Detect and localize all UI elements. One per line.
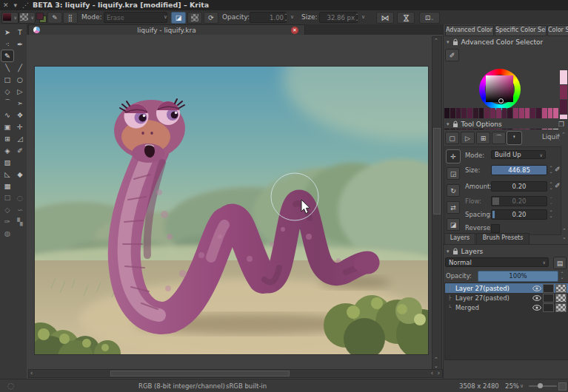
transform-warp-mode[interactable]: ⊞ (476, 132, 490, 144)
freehand-path-tool[interactable]: ➣ (14, 98, 26, 109)
multibrush-tool[interactable]: ❖ (14, 109, 26, 121)
shade-swatch[interactable] (473, 108, 478, 118)
shade-swatch[interactable] (507, 108, 512, 118)
flow-spinner[interactable]: ⌃⌄ (548, 195, 554, 206)
shade-swatch[interactable] (484, 108, 490, 118)
lock-icon[interactable] (452, 121, 458, 128)
shade-swatch[interactable] (496, 108, 501, 118)
fg-bg-color-widget[interactable] (36, 13, 46, 22)
polygon-tool[interactable]: ◇ (1, 86, 13, 97)
shade-swatch[interactable] (548, 108, 553, 118)
scroll-up-icon[interactable]: ⌃ (432, 38, 440, 44)
zoom-level[interactable]: 25% (505, 379, 519, 392)
tab-advanced-color-selector[interactable]: Advanced Color Sel... (445, 25, 494, 36)
scroll-up-icon[interactable]: ⌃ (561, 132, 566, 138)
shade-swatch[interactable] (536, 108, 541, 118)
measure-tool[interactable]: ◺ (1, 169, 13, 180)
layers-header[interactable]: ▾ Layers (444, 246, 568, 256)
crop-tool[interactable]: ⊞ (1, 133, 13, 144)
opacity-input[interactable]: 1.00 (250, 12, 287, 23)
liquify-size-input[interactable]: 446.85 (491, 165, 547, 175)
polyline-tool[interactable]: ▷ (14, 86, 26, 97)
dynamic-brush-tool[interactable]: ∿ (1, 109, 13, 121)
liquify-rotate-button[interactable]: ↻ (447, 184, 460, 197)
liquify-move-button[interactable]: ✛ (447, 150, 460, 163)
shade-swatch[interactable] (530, 108, 535, 118)
tab-layers[interactable]: Layers (444, 233, 475, 245)
liquify-amount-input[interactable]: 0.20 (491, 181, 547, 192)
dynamic-line-tool[interactable]: ╱ (14, 62, 26, 73)
lock-icon[interactable] (452, 38, 458, 46)
blend-mode-favorites-button[interactable]: ▤ (553, 257, 567, 269)
select-shapes-tool[interactable]: ➤ (1, 27, 13, 38)
layer-row[interactable]: ├ Layer 27(pasted) (445, 293, 568, 303)
shade-swatch[interactable] (490, 108, 495, 118)
transform-free-mode[interactable]: ▢ (445, 132, 459, 144)
size-input[interactable]: 32.86 px (319, 12, 358, 23)
shade-swatch[interactable] (553, 108, 558, 118)
line-tool[interactable]: ╲ (1, 62, 13, 73)
ellipse-select-tool[interactable]: ◌ (14, 192, 26, 203)
assistants-tool[interactable]: ▦ (1, 180, 13, 192)
shade-swatch[interactable] (502, 108, 507, 118)
zoom-slider[interactable] (529, 385, 557, 387)
opacity-spinner[interactable]: ⌃⌄ (283, 12, 289, 22)
similar-select-tool[interactable]: ▚ (14, 216, 26, 227)
color-selector-header[interactable]: ▾ Advanced Color Selector (444, 37, 568, 47)
scroll-right-icon[interactable]: › (438, 370, 440, 376)
layer-row[interactable]: └ Merged (445, 303, 568, 312)
fill-tool[interactable]: ◈ (1, 145, 13, 156)
ellipse-tool[interactable]: ○ (14, 74, 26, 85)
scroll-up-icon[interactable]: ⌃ (562, 228, 567, 234)
chevron-down-icon[interactable]: ∨ (520, 379, 524, 392)
lock-icon[interactable] (452, 248, 458, 255)
shade-swatch[interactable] (542, 108, 547, 118)
shade-swatch[interactable] (479, 108, 484, 118)
reverse-checkbox[interactable] (491, 224, 500, 233)
bezier-select-tool[interactable]: ✑ (1, 216, 13, 227)
text-tool[interactable]: T (14, 27, 26, 38)
bezier-curve-tool[interactable]: ⌒ (1, 98, 13, 109)
eraser-mode-toggle[interactable]: ◪ (171, 12, 186, 24)
opacity-spinner[interactable]: ⌃⌄ (559, 270, 565, 280)
color-picker-button[interactable]: ✐ (445, 49, 459, 61)
scroll-down-icon[interactable]: ⌄ (432, 363, 440, 369)
horizontal-scroll-thumb[interactable] (110, 371, 290, 376)
magnetic-select-tool[interactable]: ◍ (1, 228, 13, 239)
edit-shapes-tool[interactable]: ⁖ (1, 38, 13, 50)
history-swatch[interactable] (560, 70, 567, 84)
shade-swatch[interactable] (450, 108, 455, 118)
gradient-chooser[interactable]: ∨ (1, 12, 19, 24)
workspace-chooser-button[interactable]: ⊡⌄ (419, 12, 440, 24)
size-pressure-icon[interactable]: ✐ (555, 165, 562, 174)
scroll-down-icon[interactable]: ⌄ (562, 234, 567, 240)
freehand-brush-tool[interactable]: ✎ (1, 50, 13, 61)
shade-swatch[interactable] (525, 108, 530, 118)
blend-mode-dropdown[interactable]: Normal ∨ (445, 257, 549, 267)
canvas-artwork[interactable] (35, 67, 428, 354)
smart-patch-tool[interactable]: ◆ (14, 169, 26, 180)
amount-pressure-icon[interactable]: ✐ (555, 181, 562, 190)
window-maximize[interactable]: ⋰ (22, 0, 29, 10)
liquify-scale-button[interactable]: ◲ (447, 167, 460, 180)
chevron-down-icon[interactable]: ∨ (164, 10, 167, 24)
visibility-eye-icon[interactable] (532, 305, 541, 311)
scroll-left-icon[interactable]: ‹ (431, 370, 433, 376)
gradient-tool[interactable]: ▨ (1, 157, 13, 168)
liquify-erase-button[interactable]: ◪ (447, 218, 460, 231)
freehand-select-tool[interactable]: ∽ (14, 204, 26, 215)
zoom-reset-icon[interactable] (558, 382, 567, 391)
shade-swatch[interactable] (461, 108, 467, 118)
tab-brush-presets[interactable]: Brush Presets (476, 233, 529, 245)
zoom-slider-knob[interactable] (538, 383, 543, 388)
mirror-vertical-button[interactable]: ⋈ (397, 12, 415, 24)
blending-mode-dropdown[interactable]: Erase (104, 12, 167, 23)
transform-perspective-mode[interactable]: ▷ (461, 132, 475, 144)
float-docker-icon[interactable]: ❐ (558, 121, 564, 128)
size-spinner[interactable]: ⌃⌄ (548, 164, 554, 175)
tab-specific-color-selector[interactable]: Specific Color Sel... (495, 25, 547, 36)
scroll-up-icon[interactable]: ⌃ (432, 356, 440, 362)
rect-select-tool[interactable]: ☐ (1, 192, 13, 203)
shade-swatch[interactable] (513, 108, 518, 118)
shade-swatch[interactable] (456, 108, 461, 118)
